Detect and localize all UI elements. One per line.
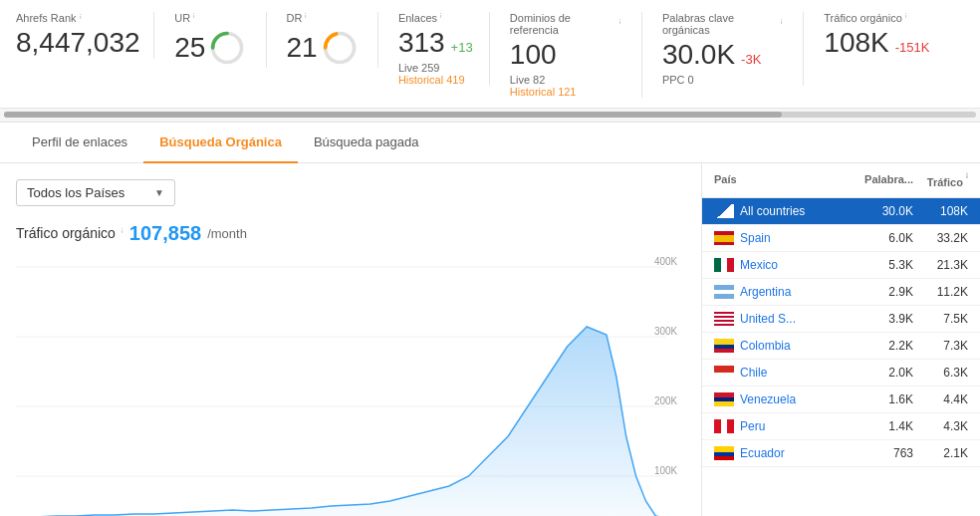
svg-text:300K: 300K [654,326,677,337]
country-row-5[interactable]: Colombia2.2K7.3K [702,333,980,360]
country-keywords-5: 2.2K [849,339,913,353]
country-keywords-7: 1.6K [849,392,913,406]
svg-text:100K: 100K [654,465,677,476]
palabras-value: 30.0K [662,40,735,71]
flag-es [714,231,734,245]
country-name-8: Peru [740,419,849,433]
country-traffic-0: 108K [913,204,968,218]
ahrefs-rank-value: 8,447,032 [16,28,133,59]
dominios-metric: Dominios de referencia ⁱ 100 Live 82 His… [510,12,642,98]
palabras-metric: Palabras clave orgánicas ⁱ 30.0K -3K PPC… [662,12,804,86]
country-row-6[interactable]: Chile2.0K6.3K [702,360,980,387]
ur-gauge-wrapper: 25 [174,28,245,68]
dr-info-icon[interactable]: ⁱ [305,13,307,23]
traffic-label-row: Tráfico orgánico ⁱ 107,858 /month [16,222,685,245]
country-traffic-8: 4.3K [913,419,968,433]
country-traffic-3: 11.2K [913,285,968,299]
traffic-info-icon[interactable]: ⁱ [122,228,123,238]
country-name-3: Argentina [740,285,849,299]
country-name-9: Ecuador [740,446,849,460]
dominios-historical: Historical 121 [510,86,621,98]
ahrefs-rank-metric: Ahrefs Rank ⁱ 8,447,032 [16,12,154,59]
header-country: País [714,173,849,188]
country-row-7[interactable]: Venezuela1.6K4.4K [702,387,980,413]
dr-value: 21 [287,32,318,64]
header-keywords: Palabra... [849,173,913,188]
enlaces-live: Live 259 [398,62,469,74]
flag-us [714,312,734,326]
flag-co [714,339,734,353]
country-traffic-7: 4.4K [913,392,968,406]
country-name-2: Mexico [740,258,849,272]
tabs-row: Perfil de enlaces Búsqueda Orgánica Búsq… [0,123,980,163]
trafico-header-label-text: Tráfico orgánico [824,12,901,24]
traffic-period: /month [207,226,247,241]
dr-label: DR ⁱ [287,12,358,24]
enlaces-label: Enlaces ⁱ [398,12,469,24]
ur-info-icon[interactable]: ⁱ [193,13,195,23]
ahrefs-rank-info-icon[interactable]: ⁱ [80,13,82,24]
country-traffic-1: 33.2K [913,231,968,245]
trafico-header-value: 108K [824,28,888,59]
palabras-label: Palabras clave orgánicas ⁱ [662,12,783,36]
country-row-4[interactable]: United S...3.9K7.5K [702,306,980,333]
flag-all [714,204,734,218]
dominios-label-text: Dominios de referencia [510,12,616,36]
palabras-ppc: PPC 0 [662,74,783,86]
country-name-6: Chile [740,366,849,380]
country-table: País Palabra... Tráfico ⁱ All countries3… [701,163,980,516]
dr-gauge-wrapper: 21 [287,28,358,68]
enlaces-info-icon[interactable]: ⁱ [440,13,442,23]
table-header-row: País Palabra... Tráfico ⁱ [702,163,980,199]
horizontal-scrollbar[interactable] [0,109,980,123]
country-traffic-5: 7.3K [913,339,968,353]
dr-gauge-circle [322,28,358,68]
country-dropdown-label: Todos los Países [27,185,124,200]
enlaces-historical: Historical 419 [398,74,469,86]
country-keywords-1: 6.0K [849,231,913,245]
country-traffic-9: 2.1K [913,446,968,460]
trafico-header-info-icon[interactable]: ⁱ [905,13,907,23]
tab-pagada[interactable]: Búsqueda pagada [298,123,435,163]
ur-label: UR ⁱ [174,12,245,24]
dominios-sub: Live 82 Historical 121 [510,74,621,98]
ahrefs-rank-label-text: Ahrefs Rank [16,12,77,24]
enlaces-change: +13 [451,40,473,55]
header-traffic-text: Tráfico [927,175,963,187]
enlaces-value: 313 [398,28,445,59]
traffic-title: Tráfico orgánico [16,225,116,241]
country-table-body: All countries30.0K108KSpain6.0K33.2KMexi… [702,198,980,467]
svg-text:400K: 400K [654,257,677,267]
flag-ec [714,446,734,460]
dr-label-text: DR [287,12,303,24]
ahrefs-rank-label: Ahrefs Rank ⁱ [16,12,133,24]
header-traffic: Tráfico ⁱ [913,173,968,188]
country-keywords-3: 2.9K [849,285,913,299]
palabras-change: -3K [741,52,761,67]
country-dropdown[interactable]: Todos los Países ▼ [16,179,175,206]
scrollbar-thumb [4,112,782,118]
flag-pe [714,419,734,433]
country-row-2[interactable]: Mexico5.3K21.3K [702,252,980,279]
country-keywords-4: 3.9K [849,312,913,326]
country-row-9[interactable]: Ecuador7632.1K [702,440,980,467]
tab-organica[interactable]: Búsqueda Orgánica [143,123,298,163]
dr-metric: DR ⁱ 21 [287,12,378,68]
country-row-1[interactable]: Spain6.0K33.2K [702,225,980,252]
country-name-5: Colombia [740,339,849,353]
country-row-8[interactable]: Peru1.4K4.3K [702,413,980,440]
ur-gauge-circle [209,28,245,68]
palabras-info-icon[interactable]: ⁱ [781,19,783,29]
svg-text:200K: 200K [654,395,677,406]
country-row-0[interactable]: All countries30.0K108K [702,198,980,225]
dominios-info-icon[interactable]: ⁱ [619,19,621,29]
metrics-bar: Ahrefs Rank ⁱ 8,447,032 UR ⁱ 25 DR ⁱ 21 [0,0,980,109]
traffic-col-info-icon[interactable]: ⁱ [966,173,968,183]
country-keywords-9: 763 [849,446,913,460]
tab-perfil[interactable]: Perfil de enlaces [16,123,143,163]
country-keywords-0: 30.0K [849,204,913,218]
country-row-3[interactable]: Argentina2.9K11.2K [702,279,980,306]
country-name-0: All countries [740,204,849,218]
trafico-header-metric: Tráfico orgánico ⁱ 108K -151K [824,12,944,59]
trafico-header-change: -151K [895,40,930,55]
